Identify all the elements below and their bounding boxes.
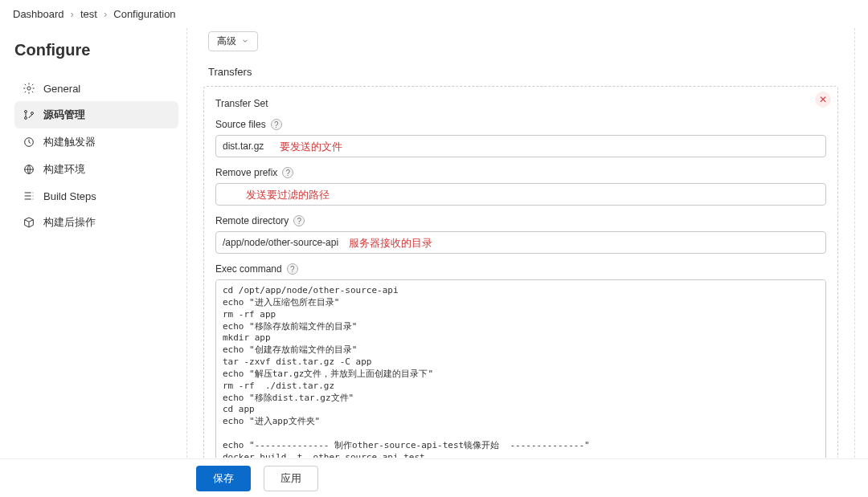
transfer-set-label: Transfer Set bbox=[215, 98, 826, 109]
globe-icon bbox=[23, 163, 35, 176]
source-files-input[interactable] bbox=[215, 135, 826, 157]
remove-transfer-button[interactable]: ✕ bbox=[815, 92, 831, 108]
sidebar-item-label: 构建环境 bbox=[43, 162, 85, 177]
sidebar-item-post-build[interactable]: 构建后操作 bbox=[14, 209, 178, 236]
svg-point-1 bbox=[25, 111, 27, 113]
apply-button[interactable]: 应用 bbox=[264, 466, 318, 491]
clock-icon bbox=[23, 136, 35, 149]
save-button[interactable]: 保存 bbox=[196, 466, 251, 491]
exec-command-input[interactable] bbox=[215, 279, 826, 458]
chevron-right-icon: › bbox=[104, 8, 107, 20]
package-icon bbox=[23, 216, 35, 229]
sidebar-item-label: 构建后操作 bbox=[43, 215, 96, 230]
footer-actions: 保存 应用 bbox=[0, 458, 868, 497]
advanced-label: 高级 bbox=[217, 35, 236, 48]
breadcrumb: Dashboard › test › Configuration bbox=[0, 0, 868, 28]
chevron-down-icon bbox=[241, 36, 249, 47]
remote-directory-label: Remote directory ? bbox=[215, 215, 826, 226]
gear-icon bbox=[23, 82, 35, 95]
exec-command-label: Exec command ? bbox=[215, 263, 826, 275]
sidebar-item-general[interactable]: General bbox=[14, 75, 178, 101]
help-icon[interactable]: ? bbox=[293, 215, 305, 226]
main-content: 高级 Transfers ✕ Transfer Set Source files… bbox=[186, 28, 855, 458]
sidebar-item-label: 构建触发器 bbox=[43, 135, 96, 149]
breadcrumb-item-configuration[interactable]: Configuration bbox=[113, 8, 175, 20]
breadcrumb-item-dashboard[interactable]: Dashboard bbox=[13, 8, 64, 20]
help-icon[interactable]: ? bbox=[287, 263, 298, 275]
steps-icon bbox=[23, 189, 35, 202]
transfers-heading: Transfers bbox=[208, 66, 838, 78]
branch-icon bbox=[23, 108, 35, 121]
sidebar-item-label: 源码管理 bbox=[43, 108, 85, 122]
svg-point-0 bbox=[27, 87, 31, 90]
sidebar-item-build-steps[interactable]: Build Steps bbox=[14, 183, 178, 209]
sidebar-item-label: General bbox=[43, 83, 80, 95]
close-icon: ✕ bbox=[819, 94, 827, 105]
breadcrumb-item-test[interactable]: test bbox=[80, 8, 97, 20]
source-files-label: Source files ? bbox=[215, 119, 826, 130]
chevron-right-icon: › bbox=[71, 8, 74, 20]
sidebar-item-triggers[interactable]: 构建触发器 bbox=[14, 128, 178, 156]
remove-prefix-input[interactable] bbox=[215, 183, 826, 206]
advanced-dropdown[interactable]: 高级 bbox=[208, 31, 258, 51]
remote-directory-input[interactable] bbox=[215, 231, 826, 254]
page-title: Configure bbox=[14, 41, 178, 59]
sidebar-item-environment[interactable]: 构建环境 bbox=[14, 156, 178, 183]
transfer-set: ✕ Transfer Set Source files ? 要发送的文件 Rem… bbox=[203, 86, 838, 458]
sidebar-item-label: Build Steps bbox=[43, 190, 96, 202]
svg-point-2 bbox=[25, 117, 27, 120]
help-icon[interactable]: ? bbox=[271, 119, 282, 130]
svg-point-3 bbox=[31, 112, 34, 115]
remove-prefix-label: Remove prefix ? bbox=[215, 167, 826, 178]
sidebar-item-source[interactable]: 源码管理 bbox=[14, 101, 178, 128]
sidebar: Configure General 源码管理 构建触发器 构建环境 bbox=[0, 28, 186, 458]
help-icon[interactable]: ? bbox=[282, 167, 293, 178]
